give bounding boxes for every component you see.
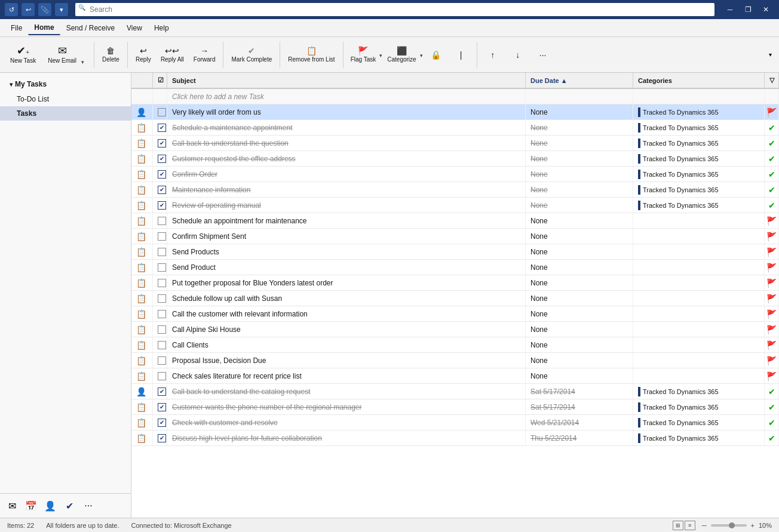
row-check-cell[interactable]: ✔ [153,198,167,213]
row-check-cell[interactable]: ✔ [153,182,167,197]
row-subject-cell[interactable]: Review of operating manual [167,198,526,213]
row-subject-cell[interactable]: Confirm Shipment Sent [167,229,526,244]
row-flag-cell[interactable]: ✔ [765,198,779,213]
table-row[interactable]: 📋 Call Alpine Ski House None 🚩 [131,322,779,337]
nav-more-icon[interactable]: ··· [80,497,97,514]
menu-view[interactable]: View [121,21,148,35]
ribbon-collapse-button[interactable]: ▾ [766,50,774,59]
ribbon-more-button[interactable]: ··· [531,48,555,62]
row-subject-cell[interactable]: Proposal Issue, Decision Due [167,353,526,368]
menu-home[interactable]: Home [28,21,60,35]
row-subject-cell[interactable]: Call back to understand the catalog requ… [167,384,526,399]
task-checkbox[interactable]: ✔ [158,155,166,163]
table-row[interactable]: 📋 Call the customer with relevant inform… [131,306,779,322]
task-checkbox[interactable] [158,356,166,365]
categorize-group[interactable]: ⬛ Categorize ▾ [384,44,422,65]
task-checkbox[interactable] [158,263,166,272]
menu-help[interactable]: Help [148,21,175,35]
row-subject-cell[interactable]: Schedule a maintenance appointment [167,120,526,135]
row-flag-cell[interactable]: ✔ [765,120,779,135]
row-flag-cell[interactable]: ✔ [765,182,779,197]
forward-button[interactable]: → Forward [189,44,220,66]
row-flag-cell[interactable]: 🚩 [765,260,779,275]
row-flag-cell[interactable]: ✔ [765,136,779,150]
row-flag-cell[interactable]: 🚩 [765,337,779,352]
task-checkbox[interactable]: ✔ [158,201,166,210]
row-check-cell[interactable]: ✔ [153,151,167,166]
flag-task-button[interactable]: 🚩 Flag Task [347,44,380,65]
task-checkbox[interactable] [158,232,166,241]
move-down-button[interactable]: ↓ [506,48,530,62]
table-row[interactable]: 📋 ✔ Schedule a maintenance appointment N… [131,120,779,136]
row-flag-cell[interactable]: 🚩 [765,368,779,383]
menu-file[interactable]: File [5,21,28,35]
nav-tasks-icon[interactable]: ✔ [61,497,78,514]
row-subject-cell[interactable]: Confirm Order [167,167,526,182]
new-task-button[interactable]: ✔+ New Task [5,41,41,68]
info-button[interactable]: | [449,48,473,62]
table-row[interactable]: 👤 ✔ Call back to understand the catalog … [131,384,779,399]
close-button[interactable]: ✕ [757,3,774,16]
row-subject-cell[interactable]: Schedule an appointment for maintenance [167,213,526,228]
row-subject-cell[interactable]: Schedule follow up call with Susan [167,291,526,306]
row-flag-cell[interactable]: ✔ [765,384,779,399]
reply-button[interactable]: ↩ Reply [131,44,155,66]
row-check-cell[interactable] [153,275,167,290]
table-row[interactable]: 📋 Call Clients None 🚩 [131,337,779,353]
row-flag-cell[interactable]: ✔ [765,399,779,414]
row-check-cell[interactable]: ✔ [153,430,167,445]
task-checkbox[interactable]: ✔ [158,419,166,427]
zoom-in-button[interactable]: + [749,522,756,529]
undo-icon[interactable]: ↩ [22,3,35,16]
row-subject-cell[interactable]: Check with customer and resolve [167,415,526,430]
table-row[interactable]: 📋 Put together proposal for Blue Yonders… [131,275,779,291]
row-subject-cell[interactable]: Call Alpine Ski House [167,322,526,337]
row-check-cell[interactable]: ✔ [153,167,167,182]
categorize-button[interactable]: ⬛ Categorize [384,44,419,65]
row-check-cell[interactable] [153,353,167,368]
row-check-cell[interactable] [153,368,167,383]
row-flag-cell[interactable]: 🚩 [765,291,779,306]
attach-icon[interactable]: 📎 [38,3,51,16]
row-subject-cell[interactable]: Send Products [167,244,526,259]
task-checkbox[interactable] [158,372,166,380]
row-check-cell[interactable] [153,213,167,228]
row-check-cell[interactable] [153,322,167,337]
task-checkbox[interactable] [158,108,166,116]
task-checkbox[interactable] [158,248,166,256]
new-email-button[interactable]: ✉ New Email [43,42,81,67]
zoom-slider[interactable] [711,524,747,527]
add-subject-cell[interactable]: Click here to add a new Task [167,89,526,104]
row-subject-cell[interactable]: Call Clients [167,337,526,352]
categorize-dropdown-arrow[interactable]: ▾ [420,44,423,65]
row-subject-cell[interactable]: Customer wants the phone number of the r… [167,399,526,414]
row-flag-cell[interactable]: ✔ [765,415,779,430]
task-checkbox[interactable] [158,217,166,225]
row-flag-cell[interactable]: 🚩 [765,353,779,368]
table-row[interactable]: 📋 ✔ Call back to understand the question… [131,136,779,151]
dropdown-icon[interactable]: ▾ [55,3,68,16]
menu-send-receive[interactable]: Send / Receive [60,21,121,35]
row-flag-cell[interactable]: 🚩 [765,322,779,337]
row-flag-cell[interactable]: 🚩 [765,229,779,244]
row-subject-cell[interactable]: Check sales literature for recent price … [167,368,526,383]
reply-all-button[interactable]: ↩↩ Reply All [157,44,188,66]
table-row[interactable]: 📋 Proposal Issue, Decision Due None 🚩 [131,353,779,368]
task-checkbox[interactable]: ✔ [158,403,166,411]
row-subject-cell[interactable]: Discuss high level plans for future coll… [167,430,526,445]
row-subject-cell[interactable]: Maintenance information [167,182,526,197]
row-check-cell[interactable]: ✔ [153,415,167,430]
row-flag-cell[interactable]: 🚩 [765,104,779,119]
table-row[interactable]: 👤 Very likely will order from us None Tr… [131,104,779,120]
table-row[interactable]: 📋 ✔ Customer wants the phone number of t… [131,399,779,415]
row-subject-cell[interactable]: Send Product [167,260,526,275]
table-row[interactable]: 📋 ✔ Maintenance information None Tracked… [131,182,779,198]
new-email-dropdown-arrow[interactable]: ▾ [81,42,90,67]
my-tasks-header[interactable]: My Tasks [0,76,131,92]
add-new-task-row[interactable]: Click here to add a new Task [131,89,779,104]
task-checkbox[interactable] [158,325,166,334]
row-check-cell[interactable] [153,306,167,321]
nav-people-icon[interactable]: 👤 [42,497,59,514]
task-checkbox[interactable]: ✔ [158,124,166,132]
task-checkbox[interactable] [158,341,166,349]
